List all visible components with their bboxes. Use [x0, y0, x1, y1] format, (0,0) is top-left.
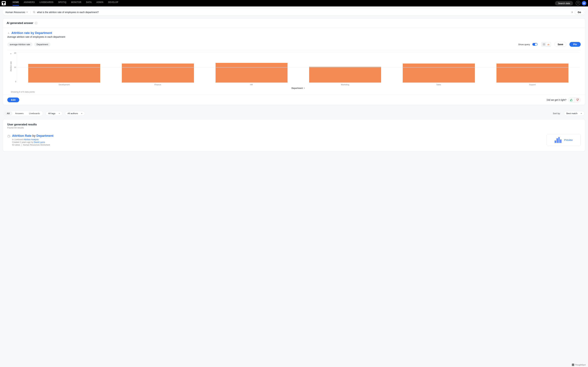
y-axis-ticks: 20 10 0: [13, 52, 17, 83]
nav-develop[interactable]: DEVELOP: [108, 1, 118, 6]
chart-area: ▸ Attrition rate 20 10 0 DevelopmentFina…: [7, 50, 581, 93]
table-view-icon[interactable]: [542, 42, 546, 46]
result-author-link[interactable]: David Lyons: [34, 141, 45, 143]
bar-finance[interactable]: [122, 64, 194, 83]
nl-search-input[interactable]: [37, 11, 571, 14]
chevron-down-icon: ▼: [81, 113, 83, 114]
result-worksheet: Human Resources Worksheet: [23, 144, 50, 146]
result-liveboard-link[interactable]: Attrition Analysis: [24, 138, 39, 141]
pin-button[interactable]: Pin: [570, 42, 581, 47]
edit-button[interactable]: Edit: [7, 98, 19, 102]
seg-all[interactable]: All: [4, 111, 12, 115]
chip-measure[interactable]: average Attrition rate: [7, 42, 33, 46]
ai-chip-row: average Attrition rate Department Show q…: [7, 42, 581, 47]
svg-rect-2: [543, 43, 545, 45]
authors-dropdown[interactable]: All authors ▼: [65, 111, 85, 116]
x-tick: Marketing: [309, 83, 381, 86]
show-query-label: Show query: [518, 43, 530, 46]
result-title-prefix: Attrition Rate: [12, 134, 32, 137]
nav-monitor[interactable]: MONITOR: [71, 1, 81, 6]
nav-admin[interactable]: ADMIN: [96, 1, 103, 6]
y-tick: 20: [13, 52, 16, 54]
x-axis-label[interactable]: Department ▼: [17, 87, 580, 89]
result-stats: 53 views | Human Resources Worksheet: [12, 144, 53, 146]
x-tick: Support: [496, 83, 568, 86]
result-separator: |: [21, 144, 23, 146]
thumbs-up-icon[interactable]: [568, 98, 574, 102]
data-points-count: Showing 6 of 6 data points: [8, 89, 580, 93]
result-created-prefix: Created 2 years ago by: [12, 141, 34, 143]
tags-dropdown[interactable]: All tags ▼: [46, 111, 63, 116]
svg-rect-5: [547, 44, 548, 45]
y-axis-label: Attrition rate: [10, 61, 12, 71]
y-axis-expand-icon[interactable]: ▸: [10, 53, 11, 55]
x-tick: HR: [215, 83, 287, 86]
bar-hr[interactable]: [216, 63, 287, 83]
nav-answers[interactable]: ANSWERS: [24, 1, 35, 6]
nav-home[interactable]: HOME: [13, 1, 19, 6]
go-button[interactable]: Go: [575, 10, 584, 15]
ai-answer-card: AI generated answer i Attrition rate by …: [3, 18, 585, 105]
result-item: Attrition Rate by Department in Liveboar…: [7, 134, 581, 146]
top-nav: HOME ANSWERS LIVEBOARDS SPOTIQ MONITOR D…: [0, 0, 588, 7]
chevron-down-icon: ▼: [580, 113, 582, 114]
x-tick: Sales: [403, 83, 475, 86]
feedback-prompt: Did we get it right?: [547, 99, 566, 101]
x-axis-ticks: DevelopmentFinanceHRMarketingSalesSuppor…: [17, 83, 580, 86]
search-pill: Human Resources ✕ Go: [3, 9, 585, 15]
x-axis-label-text: Department: [291, 87, 303, 89]
help-icon[interactable]: ?: [576, 1, 580, 5]
nav-links: HOME ANSWERS LIVEBOARDS SPOTIQ MONITOR D…: [13, 1, 555, 6]
seg-answers[interactable]: Answers: [12, 111, 26, 115]
ai-answer-title-text: Attrition rate by Department: [11, 31, 52, 35]
result-views: 53 views: [12, 144, 20, 146]
chart-view-icon[interactable]: [546, 42, 551, 46]
info-icon[interactable]: i: [35, 22, 37, 25]
user-results-card: User generated results Found 54 results …: [3, 119, 585, 151]
result-liveboard: in Liveboard Attrition Analysis: [12, 138, 53, 141]
search-data-button[interactable]: Search data: [555, 1, 573, 6]
sort-by-label: Sort by:: [553, 112, 561, 115]
sort-dropdown-value: Best match: [566, 112, 578, 115]
datasource-selector[interactable]: Human Resources: [5, 11, 30, 14]
ai-answer-subtitle: Average attrition rate of employees in e…: [7, 35, 581, 38]
sort-dropdown[interactable]: Best match ▼: [564, 111, 585, 116]
ai-answer-footer: Edit Did we get it right?: [3, 95, 585, 105]
x-tick: Development: [28, 83, 100, 86]
show-query-toggle[interactable]: [532, 43, 537, 46]
datasource-name: Human Resources: [5, 11, 25, 14]
preview-label: Preview: [564, 139, 573, 141]
chevron-down-icon: [26, 11, 28, 13]
result-preview[interactable]: Preview: [547, 134, 581, 146]
result-created: Created 2 years ago by David Lyons: [12, 141, 53, 143]
seg-liveboards[interactable]: Liveboards: [26, 111, 43, 115]
search-bar-row: Human Resources ✕ Go: [0, 7, 588, 18]
result-title[interactable]: Attrition Rate by Department: [12, 134, 53, 138]
bar-development[interactable]: [28, 64, 100, 83]
y-tick: 0: [13, 81, 16, 83]
brand-logo[interactable]: [2, 1, 6, 5]
x-tick: Finance: [122, 83, 194, 86]
results-header: User generated results: [7, 123, 581, 126]
bar-support[interactable]: [496, 64, 568, 83]
result-title-suffix: Department: [36, 134, 53, 137]
nav-spotiq[interactable]: SPOTIQ: [58, 1, 66, 6]
chip-dimension[interactable]: Department: [34, 42, 51, 46]
thumbs-down-icon[interactable]: [574, 98, 580, 102]
tags-dropdown-label: All tags: [48, 112, 55, 115]
nav-liveboards[interactable]: LIVEBOARDS: [39, 1, 53, 6]
chevron-down-icon: ▼: [59, 113, 60, 114]
bar-marketing[interactable]: [309, 67, 381, 83]
search-icon: [33, 11, 35, 14]
svg-point-0: [33, 11, 35, 13]
user-avatar[interactable]: M: [582, 1, 586, 5]
svg-rect-7: [549, 44, 549, 45]
bar-sales[interactable]: [403, 64, 475, 83]
ai-answer-header: AI generated answer i: [3, 18, 585, 28]
chevron-down-icon: ▼: [303, 87, 305, 89]
save-button[interactable]: Save: [554, 42, 567, 47]
result-title-mid: by: [32, 134, 36, 137]
ai-answer-title[interactable]: Attrition rate by Department: [7, 31, 581, 35]
clear-search-icon[interactable]: ✕: [571, 10, 574, 14]
nav-data[interactable]: DATA: [86, 1, 92, 6]
